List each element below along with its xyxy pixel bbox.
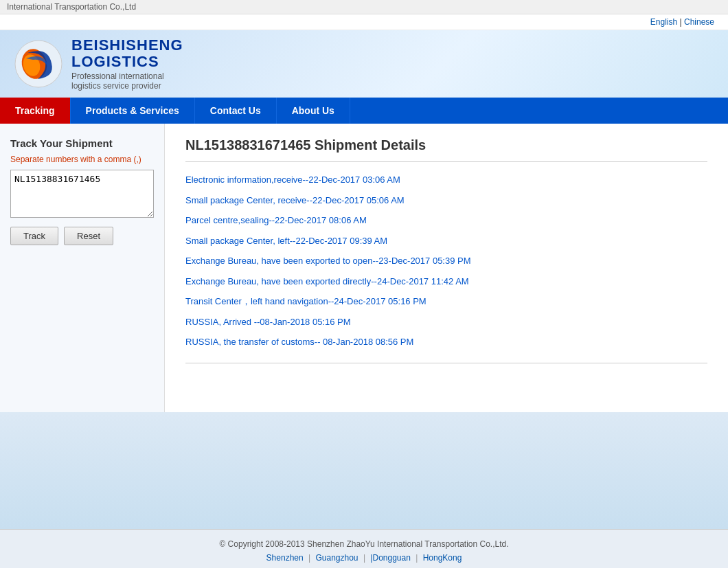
tracking-event: RUSSIA, the transfer of customs-- 08-Jan… [185, 335, 707, 349]
shipment-title: NL15138831671465 Shipment Details [185, 137, 707, 153]
sidebar-title: Track Your Shipment [10, 137, 154, 149]
header: BEISHISHENGLOGISTICS Professional intern… [0, 30, 728, 98]
tracking-event: Small package Center, left--22-Dec-2017 … [185, 234, 707, 248]
footer: © Copyright 2008-2013 Shenzhen ZhaoYu In… [0, 529, 728, 568]
logo-icon [14, 39, 63, 89]
footer-cities: Shenzhen | Guangzhou | |Dongguan | HongK… [7, 553, 721, 563]
tracking-event: Parcel centre,sealing--22-Dec-2017 08:06… [185, 214, 707, 227]
sidebar-hint: Separate numbers with a comma (,) [10, 155, 154, 164]
copyright: © Copyright 2008-2013 Shenzhen ZhaoYu In… [7, 539, 721, 549]
company-name: BEISHISHENGLOGISTICS [71, 37, 183, 70]
nav-item-products[interactable]: Products & Services [71, 98, 195, 124]
track-button[interactable]: Track [10, 227, 58, 245]
tracking-event: Transit Center，left hand navigation--24-… [185, 295, 707, 308]
footer-area [0, 412, 728, 529]
navbar: Tracking Products & Services Contact Us … [0, 98, 728, 124]
shipment-details: NL15138831671465 Shipment Details Electr… [165, 124, 728, 412]
tagline: Professional internationallogistics serv… [71, 71, 183, 91]
nav-item-contact[interactable]: Contact Us [195, 98, 277, 124]
tracking-event: RUSSIA, Arrived --08-Jan-2018 05:16 PM [185, 315, 707, 329]
logo-container: BEISHISHENGLOGISTICS Professional intern… [14, 37, 183, 91]
nav-item-about[interactable]: About Us [277, 98, 350, 124]
events-list: Electronic information,receive--22-Dec-2… [185, 173, 707, 349]
reset-button[interactable]: Reset [64, 227, 113, 245]
top-bar-title: International Transportation Co.,Ltd [7, 2, 136, 12]
nav-item-tracking[interactable]: Tracking [0, 98, 71, 124]
city-guangzhou[interactable]: Guangzhou [315, 553, 358, 563]
chinese-link[interactable]: Chinese [684, 17, 714, 27]
tracking-event: Electronic information,receive--22-Dec-2… [185, 173, 707, 187]
city-hongkong[interactable]: HongKong [423, 553, 462, 563]
button-row: Track Reset [10, 227, 154, 245]
logo-text: BEISHISHENGLOGISTICS Professional intern… [71, 37, 183, 91]
bottom-divider [185, 363, 707, 363]
tracking-event: Small package Center, receive--22-Dec-20… [185, 194, 707, 207]
tracking-event: Exchange Bureau, have been exported to o… [185, 254, 707, 268]
top-bar: International Transportation Co.,Ltd [0, 0, 728, 14]
hint-symbol: (,) [133, 155, 141, 164]
main-content: Track Your Shipment Separate numbers wit… [0, 124, 728, 412]
title-divider [185, 161, 707, 162]
sidebar: Track Your Shipment Separate numbers wit… [0, 124, 165, 412]
tracking-number-input[interactable]: NL15138831671465 [10, 170, 154, 218]
lang-bar: English | Chinese [0, 14, 728, 30]
tracking-event: Exchange Bureau, have been exported dire… [185, 275, 707, 289]
city-shenzhen[interactable]: Shenzhen [266, 553, 304, 563]
city-dongguan[interactable]: |Dongguan [370, 553, 411, 563]
lang-separator: | [680, 17, 682, 27]
english-link[interactable]: English [650, 17, 677, 27]
